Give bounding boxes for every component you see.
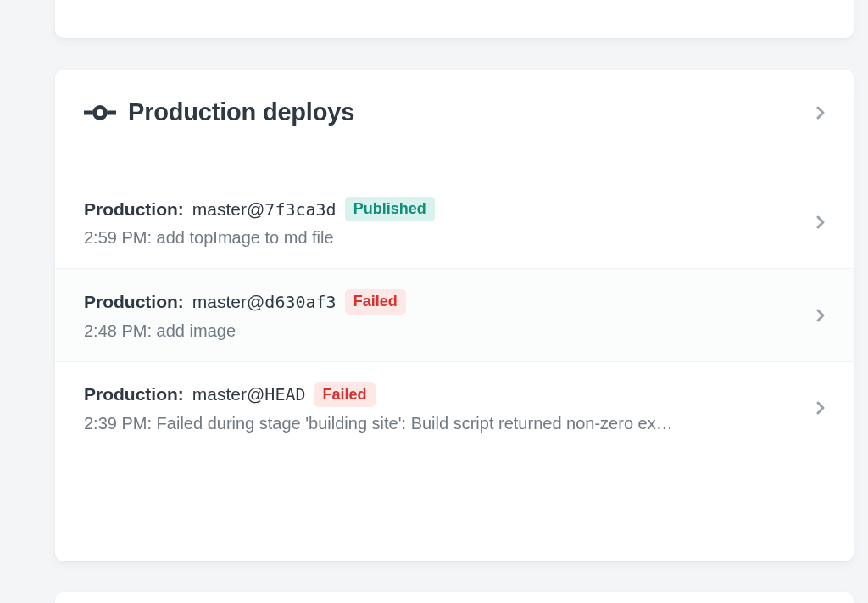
deploy-title-line: Production master@7f3ca3d Published: [84, 197, 799, 221]
deploy-meta: 2:59 PM: add topImage to md file: [84, 228, 762, 248]
git-commit-icon: [84, 105, 116, 120]
deploy-branch: master: [192, 292, 247, 311]
deploy-env-label: Production: [84, 199, 184, 220]
svg-point-1: [95, 107, 106, 118]
deploy-row-main: Production master@7f3ca3d Published 2:59…: [84, 197, 816, 248]
deploy-time: 2:48 PM: [84, 321, 147, 340]
deploy-ref: master@7f3ca3d: [192, 199, 337, 220]
deploy-branch: master: [192, 199, 247, 219]
chevron-right-icon: [816, 215, 825, 229]
deploy-hash: HEAD: [264, 384, 305, 405]
deploy-list: Production master@7f3ca3d Published 2:59…: [55, 176, 854, 454]
deploy-env-label: Production: [84, 384, 184, 405]
deploy-title-line: Production master@HEAD Failed: [84, 382, 799, 407]
card-title: Production deploys: [128, 98, 354, 126]
deploy-message: add topImage to md file: [157, 228, 334, 247]
deploy-time: 2:59 PM: [84, 228, 147, 247]
deploy-row-main: Production master@d630af3 Failed 2:48 PM…: [84, 289, 816, 340]
deploy-message: add image: [157, 321, 236, 340]
deploy-hash: 7f3ca3d: [264, 199, 336, 220]
deploy-ref: master@d630af3: [192, 292, 337, 312]
status-badge: Published: [345, 197, 435, 221]
chevron-right-icon[interactable]: [816, 106, 825, 120]
chevron-right-icon: [816, 309, 825, 322]
deploy-row[interactable]: Production master@d630af3 Failed 2:48 PM…: [55, 268, 854, 360]
production-deploys-card: Production deploys Production master@7f3…: [55, 70, 854, 561]
deploy-meta: 2:39 PM: Failed during stage 'building s…: [84, 414, 762, 433]
deploy-hash: d630af3: [264, 292, 336, 312]
deploy-time: 2:39 PM: [84, 414, 147, 433]
status-badge: Failed: [314, 382, 376, 407]
deploy-row-main: Production master@HEAD Failed 2:39 PM: F…: [84, 382, 816, 433]
deploy-branch: master: [192, 384, 247, 404]
deploy-message: Failed during stage 'building site': Bui…: [157, 414, 673, 433]
next-card-sliver: [55, 592, 854, 603]
status-badge: Failed: [345, 289, 406, 314]
deploy-ref: master@HEAD: [192, 384, 306, 405]
deploy-env-label: Production: [84, 292, 184, 312]
chevron-right-icon: [816, 401, 825, 415]
card-header-left: Production deploys: [84, 98, 354, 126]
deploy-row[interactable]: Production master@HEAD Failed 2:39 PM: F…: [55, 361, 854, 454]
deploy-row[interactable]: Production master@7f3ca3d Published 2:59…: [55, 176, 854, 268]
previous-card-sliver: [55, 0, 854, 38]
deploy-meta: 2:48 PM: add image: [84, 321, 762, 341]
deploy-title-line: Production master@d630af3 Failed: [84, 289, 799, 314]
card-header: Production deploys: [84, 98, 825, 142]
